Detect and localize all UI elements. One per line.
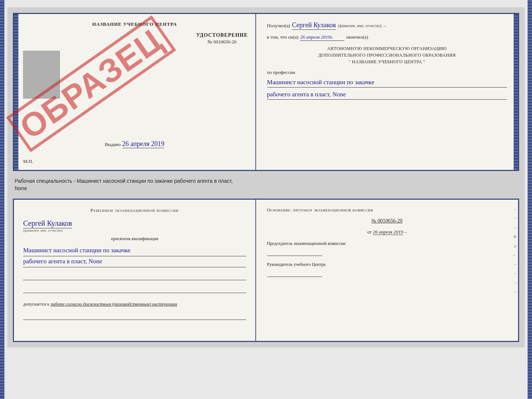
dopusk-label: допускается к <box>23 302 49 307</box>
dash-6: ← <box>513 75 516 79</box>
right-side-dashes: – – – И ,а ← – – – – <box>513 21 516 121</box>
bdash-3: – <box>514 225 516 229</box>
protocol-date-line: от 26 апреля 2019 – <box>267 229 507 235</box>
rukovoditel-block: Руководитель учебного Центра <box>267 261 507 277</box>
prof-line: по профессии Машинист насосной станции п… <box>267 70 507 100</box>
specialty-line1: Рабочая специальность - Машинист насосно… <box>15 178 517 185</box>
dash-4: И <box>514 53 516 57</box>
predsedatel-signature <box>267 249 322 256</box>
bdash-9: – <box>514 281 516 285</box>
dash-2: – <box>514 32 516 36</box>
dash-8: – <box>514 96 516 100</box>
qual-line1: Машинист насосной станции по закачке <box>23 245 246 256</box>
cert-left-panel: НАЗВАНИЕ УЧЕБНОГО ЦЕНТРА ОБРАЗЕЦ УДОСТОВ… <box>14 14 256 170</box>
right-side-dashes-bottom: – – – И ,а ← – – – – <box>513 207 516 294</box>
bdash-7: – <box>514 262 516 266</box>
person-sub: (фамилия, имя, отчество) <box>23 229 246 232</box>
photo-placeholder <box>23 51 60 99</box>
poluchil-dash: – <box>384 23 386 29</box>
prisvoena-text: присвоена квалификация <box>23 236 246 242</box>
person-name: Сергей Кулаков <box>23 219 72 228</box>
predsedatel-label: Председатель экзаменационной комиссии <box>267 240 507 247</box>
poluchil-label: Получил(а) <box>267 23 290 29</box>
commission-title: Решением экзаменационной комиссии <box>23 207 246 214</box>
vydano-label: Выдано <box>105 142 121 147</box>
specialty-text-block: Рабочая специальность - Машинист насосно… <box>13 175 519 195</box>
cert-right-panel: – – – И ,а ← – – – – Получил(а) Сергей К… <box>256 14 518 170</box>
cert-left-title: НАЗВАНИЕ УЧЕБНОГО ЦЕНТРА <box>92 21 177 27</box>
bottom-right-panel: – – – И ,а ← – – – – Основание: протокол… <box>256 200 518 341</box>
poluchil-name: Сергей Кулаков <box>292 21 336 30</box>
protocol-dash: – <box>404 229 407 235</box>
dopusk-text: работе согласно должностным (производств… <box>51 302 177 307</box>
udost-label: УДОСТОВЕРЕНИЕ <box>196 32 248 38</box>
bdash-6: ← <box>513 253 516 257</box>
bdash-8: – <box>514 271 516 275</box>
dopuskaetsya-block: допускается к работе согласно должностны… <box>23 300 246 307</box>
predsedatel-block: Председатель экзаменационной комиссии <box>267 240 507 256</box>
udostoverenie-block: УДОСТОВЕРЕНИЕ № 0010656-20 <box>196 32 248 45</box>
dash-10: – <box>514 117 516 121</box>
vtom-line: в том, что он(а) 26 апреля 2019г. окончи… <box>267 34 507 41</box>
org-line3: " НАЗВАНИЕ УЧЕБНОГО ЦЕНТРА " <box>267 58 507 65</box>
bdash-4: И <box>514 235 516 239</box>
qual-line2: рабочего агента в пласт, None <box>23 256 246 267</box>
prof-text-2: рабочего агента в пласт, None <box>267 89 507 100</box>
bdash-1: – <box>514 207 516 211</box>
ot-label: от <box>367 229 372 235</box>
dash-5: ,а <box>514 64 516 68</box>
bottom-left-panel: Решением экзаменационной комиссии Сергей… <box>14 200 256 341</box>
prof-text-1: Машинист насосной станции по закачке <box>267 77 507 88</box>
blank-line-2 <box>23 286 246 293</box>
page-wrapper: НАЗВАНИЕ УЧЕБНОГО ЦЕНТРА ОБРАЗЕЦ УДОСТОВ… <box>7 7 525 348</box>
specialty-line2: None <box>15 185 517 192</box>
blank-line-1 <box>23 273 246 280</box>
protocol-number: № 0010656-20 <box>267 218 507 224</box>
blank-line-3 <box>23 313 246 320</box>
protocol-date-value: 26 апреля 2019 <box>373 229 403 235</box>
org-line2: ДОПОЛНИТЕЛЬНОГО ПРОФЕССИОНАЛЬНОГО ОБРАЗО… <box>267 52 507 58</box>
dash-7: – <box>514 85 516 89</box>
vydano-block: Выдано 26 апреля 2019 <box>14 140 255 148</box>
mp-block: М.П. <box>23 158 33 164</box>
rukovoditel-signature <box>267 270 322 277</box>
vtom-label: в том, что он(а) <box>267 34 299 40</box>
vydano-date: 26 апреля 2019 <box>122 140 165 148</box>
org-line1: АВТОНОМНУЮ НЕКОММЕРЧЕСКУЮ ОРГАНИЗАЦИЮ <box>267 45 507 52</box>
bdash-2: – <box>514 216 516 220</box>
bottom-document: Решением экзаменационной комиссии Сергей… <box>13 199 519 342</box>
certificate-document: НАЗВАНИЕ УЧЕБНОГО ЦЕНТРА ОБРАЗЕЦ УДОСТОВ… <box>13 13 519 171</box>
dash-9: – <box>514 107 516 111</box>
dash-3: – <box>514 43 516 47</box>
person-name-block: Сергей Кулаков (фамилия, имя, отчество) <box>23 219 246 232</box>
vtom-date: 26 апреля 2019г. <box>300 34 344 41</box>
qual-block: Машинист насосной станции по закачке раб… <box>23 245 246 267</box>
bdash-10: – <box>514 290 516 294</box>
org-block: АВТОНОМНУЮ НЕКОММЕРЧЕСКУЮ ОРГАНИЗАЦИЮ ДО… <box>267 45 507 65</box>
prof-label: по профессии <box>267 70 295 75</box>
osnovanie-title: Основание: протокол экзаменационной коми… <box>267 207 507 213</box>
dash-1: – <box>514 21 516 25</box>
okonchil-label: окончил(а) <box>346 34 368 40</box>
rukovoditel-label: Руководитель учебного Центра <box>267 261 507 268</box>
udost-number: № 0010656-20 <box>196 39 248 45</box>
bdash-5: ,а <box>514 244 516 248</box>
poluchil-sub: (фамилия, имя, отчество) <box>338 24 382 28</box>
poluchil-line: Получил(а) Сергей Кулаков (фамилия, имя,… <box>267 21 507 30</box>
